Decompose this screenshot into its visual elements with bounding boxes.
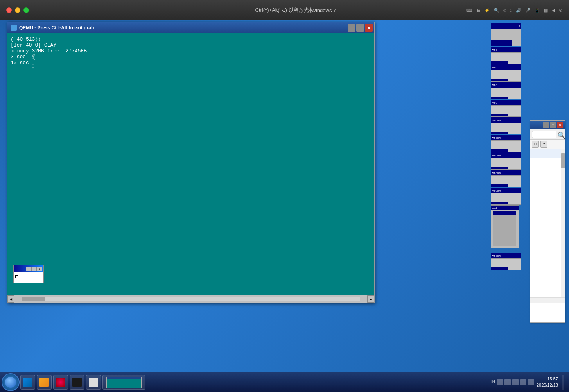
- qemu-icon: [11, 25, 17, 31]
- qemu-window[interactable]: QEMU - Press Ctrl-Alt to exit grab _ □ ✕…: [7, 22, 375, 303]
- qemu-close-button[interactable]: ✕: [365, 24, 373, 32]
- stack-win-2-title: wind: [491, 64, 521, 70]
- stack-win-6-body: [491, 140, 521, 152]
- tray-clock[interactable]: 15:57 2020/12/18: [537, 376, 558, 388]
- taskbar-btn-ie[interactable]: [20, 375, 35, 390]
- taskbar-btn-explorer[interactable]: [37, 375, 52, 390]
- fullscreen-button[interactable]: [23, 7, 29, 13]
- cmd-icon: [72, 378, 82, 387]
- sec-label: SeC sec: [31, 54, 35, 69]
- stack-win-6-title: window: [491, 135, 521, 140]
- stack-complex-label: wind: [492, 207, 497, 209]
- stack-win-0[interactable]: ✕: [491, 23, 521, 46]
- helper-content-body: [530, 158, 565, 297]
- stack-win-0-body: [491, 29, 521, 46]
- stack-win-8-bar: [491, 184, 508, 187]
- small-popup-maximize[interactable]: □: [31, 267, 37, 271]
- tray-language[interactable]: IN: [491, 380, 495, 384]
- small-popup-window[interactable]: _ □ ✕: [13, 265, 44, 283]
- mac-icon-sync: ↕: [510, 8, 512, 13]
- stack-win-5-label: window: [492, 119, 521, 122]
- taskbar-thumb-inner: [106, 377, 142, 388]
- mac-icon-mic: 🎤: [525, 8, 531, 13]
- stack-win-1[interactable]: wind: [491, 47, 521, 64]
- mac-icon-settings[interactable]: ⚙: [559, 8, 563, 13]
- stack-win-9-body: [491, 193, 521, 205]
- stack-win-8-label: window: [492, 172, 521, 174]
- tray-show-desktop[interactable]: [562, 375, 564, 390]
- stack-win-7-body: [491, 158, 521, 170]
- qemu-scrollbar[interactable]: ◀ ▶: [7, 295, 374, 303]
- mac-icon-keyboard: ⌨: [466, 8, 472, 13]
- stack-win-2-label: wind: [492, 66, 521, 69]
- stack-win-3-body: [491, 88, 521, 99]
- tray-icon-volume[interactable]: [528, 379, 534, 385]
- clip-icon: [89, 378, 98, 387]
- helper-statusbar: [530, 297, 565, 303]
- helper-window[interactable]: _ □ ✕ 🔍 □ ?: [530, 120, 565, 323]
- stack-win-9[interactable]: window: [491, 188, 521, 205]
- stack-win-2[interactable]: wind: [491, 64, 521, 82]
- minimize-button[interactable]: [15, 7, 20, 13]
- stack-win-2-bar: [491, 79, 508, 81]
- tray-icon-help[interactable]: [497, 379, 503, 385]
- qemu-minimize-button[interactable]: _: [348, 24, 355, 32]
- stack-complex-title: wind: [491, 206, 519, 210]
- qemu-scrollbar-thumb[interactable]: [22, 297, 45, 301]
- stack-win-0-title: ✕: [491, 23, 521, 29]
- stack-win-5[interactable]: window: [491, 117, 521, 134]
- mac-icon-phone: 📱: [535, 8, 540, 13]
- helper-search-icon[interactable]: 🔍: [558, 132, 563, 137]
- stack-win-10-label: window: [492, 254, 521, 257]
- helper-close-button[interactable]: ✕: [557, 122, 563, 128]
- stack-win-10-body: [491, 258, 521, 270]
- stack-win-8[interactable]: window: [491, 170, 521, 187]
- stack-complex-sub: [493, 211, 516, 246]
- taskbar-thumbnail-qemu[interactable]: [102, 375, 145, 390]
- stack-win-0-close[interactable]: ✕: [518, 25, 521, 28]
- helper-maximize-button[interactable]: □: [550, 122, 556, 128]
- wmp-icon: [56, 378, 65, 387]
- taskbar-btn-wmp[interactable]: [53, 375, 68, 390]
- qemu-scroll-left[interactable]: ◀: [7, 295, 14, 303]
- helper-scroll-thumb[interactable]: [561, 153, 565, 168]
- helper-content-header: [530, 149, 565, 158]
- stack-win-9-label: window: [492, 189, 521, 192]
- taskbar-btn-cmd[interactable]: [70, 375, 84, 390]
- stack-win-9-title: window: [491, 188, 521, 193]
- helper-minimize-button[interactable]: _: [543, 122, 549, 128]
- explorer-icon: [39, 378, 49, 387]
- stack-win-3[interactable]: wind: [491, 82, 521, 99]
- stack-win-7-title: window: [491, 152, 521, 158]
- stack-complex-sub-title: [493, 211, 516, 215]
- stack-win-3-label: wind: [492, 84, 521, 86]
- small-popup-close[interactable]: ✕: [37, 267, 42, 271]
- qemu-window-buttons: _ □ ✕: [348, 24, 373, 32]
- win7-start-button[interactable]: [2, 373, 20, 391]
- tray-icon-network[interactable]: [520, 379, 526, 385]
- stack-win-7[interactable]: window: [491, 152, 521, 170]
- stack-win-4[interactable]: wind: [491, 100, 521, 117]
- helper-search-bar[interactable]: 🔍: [530, 129, 565, 140]
- helper-toolbar: □ ?: [530, 140, 565, 149]
- stack-win-6[interactable]: window: [491, 135, 521, 152]
- cursor-indicator: [15, 275, 18, 278]
- helper-toolbar-help-button[interactable]: ?: [540, 141, 547, 148]
- tray-icon-flag[interactable]: [512, 379, 519, 385]
- helper-search-input[interactable]: [532, 131, 556, 138]
- small-popup-minimize[interactable]: _: [26, 267, 31, 271]
- stack-win-4-body: [491, 105, 521, 117]
- taskbar-btn-clip[interactable]: [86, 375, 101, 390]
- qemu-title-text: QEMU - Press Ctrl-Alt to exit grab: [19, 25, 94, 30]
- stack-win-10[interactable]: window: [491, 253, 521, 270]
- close-button[interactable]: [6, 7, 12, 13]
- qemu-scroll-right[interactable]: ▶: [367, 295, 374, 303]
- win7-start-orb: [5, 377, 16, 388]
- tray-icon-notify[interactable]: [504, 379, 511, 385]
- stack-win-1-label: wind: [492, 48, 521, 51]
- helper-scrollbar[interactable]: [561, 149, 565, 297]
- mac-title-hint: Ctrl(^)+Alt(⌥) 以释放光标: [255, 7, 314, 13]
- helper-toolbar-view-button[interactable]: □: [532, 141, 539, 148]
- qemu-maximize-button[interactable]: □: [356, 24, 364, 32]
- taskbar-thumb-content: [107, 379, 141, 388]
